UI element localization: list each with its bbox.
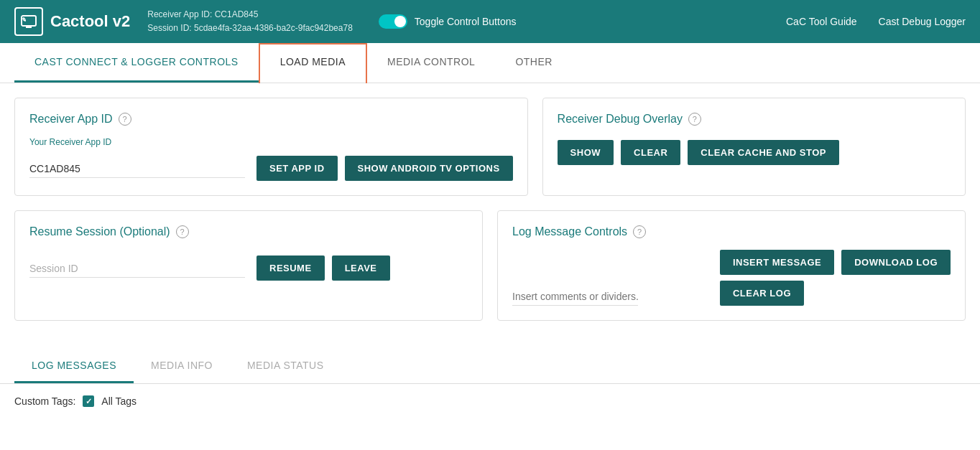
insert-message-button[interactable]: INSERT MESSAGE — [720, 250, 834, 275]
receiver-debug-overlay-buttons: SHOW CLEAR CLEAR CACHE AND STOP — [558, 140, 951, 165]
receiver-app-id-help-icon[interactable]: ? — [119, 113, 131, 126]
receiver-app-id-input-label: Your Receiver App ID — [29, 137, 513, 147]
receiver-app-id-buttons: SET APP ID SHOW ANDROID TV OPTIONS — [256, 156, 513, 181]
logo-area: Cactool v2 — [14, 7, 130, 36]
cards-row-2: Resume Session (Optional) ? RESUME LEAVE… — [14, 210, 966, 321]
receiver-app-id-card: Receiver App ID ? Your Receiver App ID S… — [14, 98, 528, 196]
tab-media-control[interactable]: MEDIA CONTROL — [367, 43, 495, 83]
all-tags-checkbox[interactable] — [83, 395, 94, 407]
resume-session-buttons: RESUME LEAVE — [256, 256, 390, 281]
clear-overlay-button[interactable]: CLEAR — [621, 140, 680, 165]
app-header: Cactool v2 Receiver App ID: CC1AD845 Ses… — [0, 0, 980, 43]
resume-button[interactable]: RESUME — [256, 256, 325, 281]
bottom-tab-log-messages[interactable]: LOG MESSAGES — [14, 350, 134, 383]
session-id-input[interactable] — [29, 260, 245, 278]
receiver-app-id-input[interactable] — [29, 160, 245, 178]
receiver-debug-overlay-card: Receiver Debug Overlay ? SHOW CLEAR CLEA… — [542, 98, 966, 196]
main-content: Receiver App ID ? Your Receiver App ID S… — [0, 83, 980, 350]
custom-tags-label: Custom Tags: — [14, 395, 75, 407]
tab-other[interactable]: OTHER — [495, 43, 573, 83]
tab-cast-connect[interactable]: CAST CONNECT & LOGGER CONTROLS — [14, 43, 259, 83]
header-info: Receiver App ID: CC1AD845 Session ID: 5c… — [147, 8, 353, 35]
clear-log-button[interactable]: CLEAR LOG — [720, 281, 804, 306]
log-message-controls-card: Log Message Controls ? INSERT MESSAGE DO… — [497, 210, 966, 321]
tab-load-media[interactable]: LOAD MEDIA — [259, 43, 367, 83]
resume-session-help-icon[interactable]: ? — [176, 225, 189, 238]
logo-icon — [14, 7, 43, 36]
receiver-app-id-info: Receiver App ID: CC1AD845 — [147, 8, 353, 22]
download-log-button[interactable]: DOWNLOAD LOG — [841, 250, 951, 275]
log-comment-input[interactable] — [512, 288, 638, 306]
bottom-tab-media-status[interactable]: MEDIA STATUS — [230, 350, 341, 383]
leave-button[interactable]: LEAVE — [332, 256, 390, 281]
log-message-controls-title: Log Message Controls ? — [512, 225, 951, 238]
set-app-id-button[interactable]: SET APP ID — [256, 156, 338, 181]
bottom-tab-media-info[interactable]: MEDIA INFO — [134, 350, 230, 383]
cac-tool-guide-link[interactable]: CaC Tool Guide — [786, 16, 857, 27]
receiver-debug-overlay-title: Receiver Debug Overlay ? — [558, 113, 951, 126]
log-message-controls-help-icon[interactable]: ? — [633, 225, 646, 238]
bottom-tabs-bar: LOG MESSAGES MEDIA INFO MEDIA STATUS — [0, 350, 980, 384]
custom-tags-row: Custom Tags: All Tags — [0, 384, 980, 418]
cards-row-1: Receiver App ID ? Your Receiver App ID S… — [14, 98, 966, 196]
header-nav: CaC Tool Guide Cast Debug Logger — [786, 16, 966, 27]
show-android-tv-button[interactable]: SHOW ANDROID TV OPTIONS — [345, 156, 513, 181]
receiver-debug-overlay-help-icon[interactable]: ? — [688, 113, 701, 126]
cast-debug-logger-link[interactable]: Cast Debug Logger — [879, 16, 966, 27]
resume-session-card: Resume Session (Optional) ? RESUME LEAVE — [14, 210, 483, 321]
clear-cache-stop-button[interactable]: CLEAR CACHE AND STOP — [688, 140, 839, 165]
logo-text: Cactool v2 — [50, 12, 130, 31]
show-overlay-button[interactable]: SHOW — [558, 140, 614, 165]
session-id-info: Session ID: 5cdae4fa-32aa-4386-ba2c-9fac… — [147, 22, 353, 35]
toggle-area: Toggle Control Buttons — [379, 14, 517, 29]
resume-session-title: Resume Session (Optional) ? — [29, 225, 468, 238]
toggle-control-buttons[interactable] — [379, 14, 407, 29]
main-tabs-bar: CAST CONNECT & LOGGER CONTROLS LOAD MEDI… — [0, 43, 980, 83]
toggle-label: Toggle Control Buttons — [415, 16, 517, 27]
receiver-app-id-title: Receiver App ID ? — [29, 113, 513, 126]
all-tags-label: All Tags — [101, 395, 137, 407]
